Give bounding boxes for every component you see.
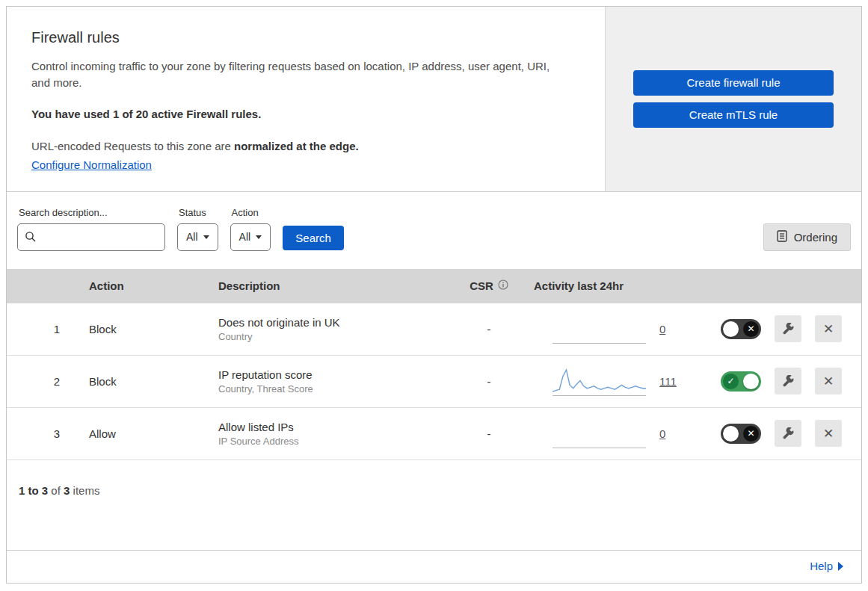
chevron-down-icon [256,235,262,239]
search-box [17,223,165,251]
header-action: Action [74,279,201,292]
rule-description-cell: Allow listed IPs IP Source Address [201,421,448,447]
normalization-text: URL-encoded Requests to this zone are no… [31,140,578,152]
status-select[interactable]: All [177,223,218,251]
ordering-list-icon [777,230,787,244]
intro-panel: Firewall rules Control incoming traffic … [7,7,606,191]
search-label: Search description... [17,207,165,218]
rule-index: 3 [7,427,74,440]
rule-csr: - [448,323,530,335]
rule-activity-cell: 111 [530,366,702,396]
ordering-button-label: Ordering [794,231,837,244]
page-description: Control incoming traffic to your zone by… [31,58,570,91]
help-link-label: Help [810,560,833,572]
toggle-state-icon: ✓ [723,374,739,389]
table-row: 1 Block Does not originate in UK Country… [7,303,861,356]
items-total: 3 [64,484,70,497]
rule-controls: ✓ ✕ [702,368,861,394]
status-filter-group: Status All [177,207,218,251]
toggle-knob [723,426,739,442]
table-row: 3 Allow Allow listed IPs IP Source Addre… [7,408,861,460]
header-csr: CSR [448,279,530,292]
toggle-knob [723,321,739,337]
rule-description: Allow listed IPs [218,421,448,433]
pagination-summary: 1 to 3 of 3 items [7,460,861,551]
rule-criteria: IP Source Address [218,436,448,447]
activity-count-link[interactable]: 0 [659,323,665,335]
header-csr-label: CSR [470,279,493,292]
activity-count-link[interactable]: 0 [659,427,665,440]
rule-criteria: Country, Threat Score [218,383,448,394]
info-icon [498,279,508,292]
search-button[interactable]: Search [283,226,344,250]
rules-table: Action Description CSR Activity last 24h… [7,269,861,460]
header-description: Description [201,279,448,292]
rule-action: Block [74,375,201,388]
delete-rule-button[interactable]: ✕ [815,420,842,447]
help-link[interactable]: Help [810,560,843,572]
activity-sparkline [552,418,646,448]
firewall-rules-page: Firewall rules Control incoming traffic … [6,6,862,584]
rule-description: Does not originate in UK [218,316,448,329]
action-label: Action [230,207,271,218]
rule-description: IP reputation score [218,368,448,381]
filters-bar: Search description... Status All Action … [7,192,861,269]
toggle-knob [743,374,759,389]
edit-rule-button[interactable] [775,315,801,342]
activity-sparkline [552,314,646,344]
delete-rule-button[interactable]: ✕ [815,315,842,342]
items-of: of [51,484,61,497]
rule-controls: ✕ ✕ [702,315,861,342]
wrench-icon [782,375,794,387]
search-filter-group: Search description... [17,207,165,251]
configure-normalization-link[interactable]: Configure Normalization [31,158,152,171]
rule-enabled-toggle[interactable]: ✕ [721,319,761,339]
rule-description-cell: IP reputation score Country, Threat Scor… [201,368,448,394]
toggle-state-icon: ✕ [743,321,759,337]
normalization-bold: normalized at the edge. [234,140,359,152]
rule-activity-cell: 0 [530,418,702,448]
x-icon: ✕ [823,374,834,389]
arrow-right-icon [838,562,843,571]
edit-rule-button[interactable] [775,368,801,394]
header-section: Firewall rules Control incoming traffic … [7,7,861,192]
normalization-prefix: URL-encoded Requests to this zone are [31,140,234,152]
action-select[interactable]: All [230,223,271,251]
rule-description-cell: Does not originate in UK Country [201,316,448,342]
action-select-value: All [239,231,251,243]
rule-enabled-toggle[interactable]: ✕ [721,424,761,444]
header-activity: Activity last 24hr [530,279,702,292]
rule-action: Block [74,323,201,335]
create-mtls-rule-button[interactable]: Create mTLS rule [633,102,834,128]
x-icon: ✕ [823,426,834,442]
usage-summary: You have used 1 of 20 active Firewall ru… [31,108,578,120]
wrench-icon [782,323,794,335]
wrench-icon [782,427,794,439]
status-label: Status [177,207,218,218]
action-filter-group: Action All [230,207,271,251]
x-icon: ✕ [823,321,834,337]
rule-index: 1 [7,323,74,335]
search-input[interactable] [17,223,165,251]
actions-panel: Create firewall rule Create mTLS rule [606,7,861,191]
rule-controls: ✕ ✕ [702,420,861,447]
rule-index: 2 [7,375,74,388]
page-title: Firewall rules [31,29,578,46]
rule-activity-cell: 0 [530,314,702,344]
status-select-value: All [186,231,198,243]
table-header-row: Action Description CSR Activity last 24h… [7,269,861,303]
create-firewall-rule-button[interactable]: Create firewall rule [633,70,834,96]
rule-criteria: Country [218,331,448,342]
rule-action: Allow [74,427,201,440]
edit-rule-button[interactable] [775,420,801,447]
ordering-button[interactable]: Ordering [763,223,851,251]
toggle-state-icon: ✕ [743,426,759,442]
items-range: 1 to 3 [19,484,48,497]
rule-enabled-toggle[interactable]: ✓ [721,371,761,392]
help-row: Help [7,550,861,583]
rule-csr: - [448,427,530,440]
delete-rule-button[interactable]: ✕ [815,368,842,394]
table-row: 2 Block IP reputation score Country, Thr… [7,356,861,408]
activity-count-link[interactable]: 111 [659,375,677,388]
chevron-down-icon [203,235,209,239]
